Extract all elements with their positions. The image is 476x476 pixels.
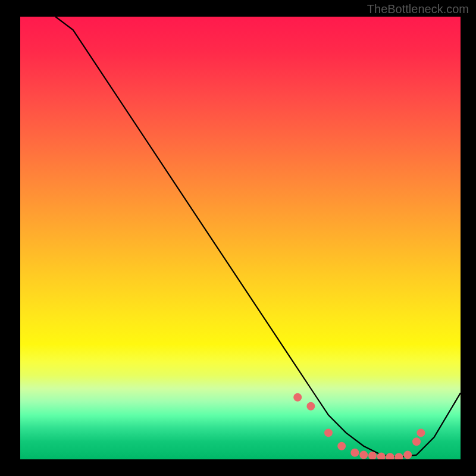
watermark-text: TheBottleneck.com xyxy=(367,2,469,16)
curve-line xyxy=(55,17,461,457)
marker-dot xyxy=(324,428,333,437)
plot-area xyxy=(20,17,461,459)
marker-dots xyxy=(293,393,425,459)
marker-dot xyxy=(306,402,315,411)
marker-dot xyxy=(368,452,377,459)
marker-dot xyxy=(293,393,302,402)
marker-dot xyxy=(350,449,359,457)
marker-dot xyxy=(337,442,346,450)
marker-dot xyxy=(394,453,403,459)
marker-dot xyxy=(416,428,425,437)
marker-dot xyxy=(386,453,394,459)
marker-dot xyxy=(412,437,421,446)
marker-dot xyxy=(359,451,368,459)
chart-svg xyxy=(20,17,461,459)
marker-dot xyxy=(403,451,412,459)
